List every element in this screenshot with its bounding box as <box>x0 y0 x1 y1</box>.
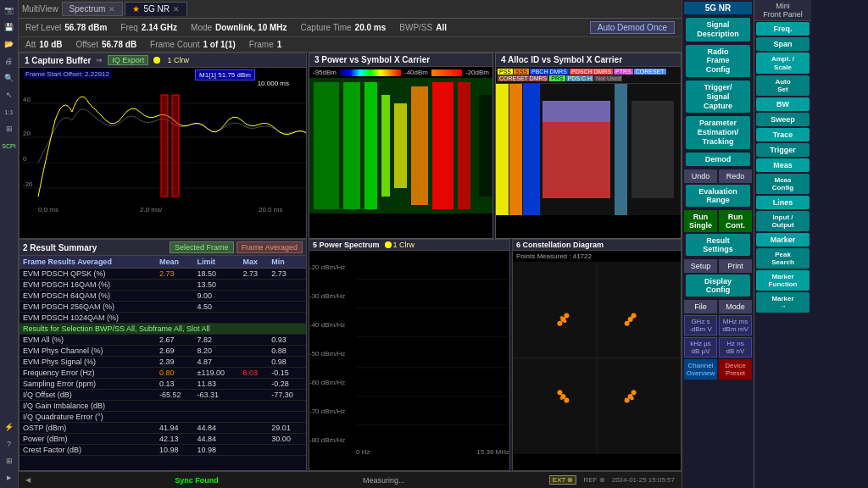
meas-mini-button[interactable]: Meas <box>756 158 810 172</box>
frame-count-value: 1 of 1(1) <box>203 40 235 49</box>
open-icon[interactable]: 📂 <box>2 36 17 52</box>
capture-time-value: 20.0 ms <box>355 23 387 32</box>
khz-button[interactable]: kHz µsdB µV <box>684 337 717 358</box>
help-icon[interactable]: ? <box>2 436 17 452</box>
camera-icon[interactable]: 📷 <box>2 3 17 18</box>
row-min <box>268 302 306 313</box>
undo-button[interactable]: Undo <box>684 169 717 183</box>
print-button[interactable]: Print <box>719 259 752 273</box>
y-label-4: -50 dBm/Hz <box>309 350 356 358</box>
cursor-icon[interactable]: ↖ <box>2 87 17 103</box>
input-output-mini-button[interactable]: Input /Output <box>756 211 810 231</box>
redo-button[interactable]: Redo <box>719 169 752 183</box>
x-start: 0 Hz <box>356 448 370 456</box>
run-single-button[interactable]: RunSingle <box>684 210 717 232</box>
hz-button[interactable]: Hz nsdB nV <box>719 337 752 358</box>
svg-text:20: 20 <box>23 130 31 137</box>
meas-config-mini-button[interactable]: MeasConfig <box>756 174 810 194</box>
bw-mini-button[interactable]: BW <box>756 97 810 111</box>
row-max <box>239 412 268 423</box>
layout-icon[interactable]: ⊞ <box>2 121 17 136</box>
5gnr-panel-label: 5G NR <box>684 2 752 14</box>
row-max <box>239 445 268 456</box>
att-label: Att <box>25 40 36 49</box>
trigger-mini-button[interactable]: Trigger <box>756 143 810 157</box>
vq-export-button[interactable]: IQ Export <box>108 55 148 65</box>
table-row: Frequency Error (Hz) 0.80 ±119.00 6.03 -… <box>19 368 306 379</box>
peak-search-mini-button[interactable]: PeakSearch <box>756 248 810 269</box>
sync-status: Sync Found <box>175 476 219 485</box>
row-mean <box>156 412 194 423</box>
tab-5gnr[interactable]: ★ 5G NR ✕ <box>125 2 187 16</box>
device-preset-button[interactable]: DevicePreset <box>719 359 752 380</box>
ghz-button[interactable]: GHz s-dBm V <box>684 315 717 336</box>
sweep-mini-button[interactable]: Sweep <box>756 113 810 126</box>
tab-spectrum-close[interactable]: ✕ <box>108 5 115 14</box>
file-button[interactable]: File <box>684 300 717 313</box>
result-summary-label: 2 Result Summary <box>23 243 97 252</box>
row-max <box>239 390 268 401</box>
row-max <box>239 357 268 368</box>
row-mean <box>156 302 194 313</box>
svg-rect-22 <box>479 95 492 197</box>
y-label-3: -40 dBm/Hz <box>309 321 356 329</box>
radio-frame-button[interactable]: RadioFrameConfig <box>686 45 750 77</box>
freq-field: Freq 2.14 GHz <box>120 23 177 32</box>
ampt-mini-button[interactable]: Ampt. /Scale <box>756 53 810 74</box>
tab-spectrum[interactable]: Spectrum ✕ <box>62 2 124 16</box>
power-icon[interactable]: ⚡ <box>2 419 17 435</box>
trace-mini-button[interactable]: Trace <box>756 128 810 141</box>
scale-max: -20dBm <box>465 69 489 76</box>
ratio-icon[interactable]: 1:1 <box>2 104 17 119</box>
row-label: I/Q Gain Imbalance (dB) <box>19 401 156 412</box>
windows-icon[interactable]: ⊞ <box>2 453 17 469</box>
zoom-icon[interactable]: 🔍 <box>2 70 17 86</box>
span-mini-button[interactable]: Span <box>756 37 810 51</box>
spectrum-svg <box>356 251 509 456</box>
constellation-label: 6 Constellation Diagram <box>516 241 604 249</box>
lines-mini-button[interactable]: Lines <box>756 196 810 209</box>
trigger-signal-button[interactable]: Trigger/SignalCapture <box>686 80 750 113</box>
svg-rect-30 <box>542 101 610 122</box>
row-label: Crest Factor (dB) <box>19 445 156 456</box>
scpi-icon[interactable]: SCPI <box>2 138 17 153</box>
marker-mini-button[interactable]: Marker <box>756 233 810 247</box>
row-label: EVM Phys Channel (%) <box>19 346 156 357</box>
ref-label: REF ⊕ <box>583 476 604 484</box>
marker-arrow-mini-button[interactable]: Marker→ <box>756 292 810 313</box>
channel-overview-button[interactable]: ChannelOverview <box>684 359 717 380</box>
mhz-button[interactable]: MHz msdBm mV <box>719 315 752 336</box>
result-settings-button[interactable]: ResultSettings <box>686 234 750 256</box>
tab-5gnr-label: 5G NR <box>143 4 170 14</box>
col-max: Max <box>239 256 268 269</box>
save-icon[interactable]: 💾 <box>2 19 17 35</box>
marker-func-mini-button[interactable]: MarkerFunction <box>756 270 810 291</box>
param-estimation-button[interactable]: ParameterEstimation/Tracking <box>686 116 750 148</box>
auto-demod-button[interactable]: Auto Demod Once <box>590 21 675 34</box>
setup-button[interactable]: Setup <box>684 259 717 273</box>
row-min <box>268 291 306 302</box>
run-row: RunSingle RunCont. <box>684 210 752 232</box>
auto-set-mini-button[interactable]: AutoSet <box>756 75 810 96</box>
print-icon[interactable]: 🖨 <box>2 53 17 69</box>
display-config-button[interactable]: DisplayConfig <box>686 274 750 297</box>
expand-icon[interactable]: ▶ <box>2 470 17 485</box>
offset-label: Offset <box>75 40 98 49</box>
frame-value: 1 <box>277 40 282 49</box>
signal-description-button[interactable]: SignalDescription <box>686 18 750 42</box>
bottom-panels: 2 Result Summary Selected Frame Frame Av… <box>19 239 682 471</box>
m1-db: 51.75 dBm <box>218 71 251 79</box>
evaluation-range-button[interactable]: EvaluationRange <box>686 185 750 207</box>
mode-button[interactable]: Mode <box>719 300 752 313</box>
points-measured: Points Measured : 41722 <box>513 251 681 262</box>
frame-averaged-button[interactable]: Frame Averaged <box>236 241 303 253</box>
run-cont-button[interactable]: RunCont. <box>719 210 752 232</box>
row-mean <box>156 291 194 302</box>
freq-mini-button[interactable]: Freq. <box>756 22 810 36</box>
table-row: Crest Factor (dB) 10.98 10.98 <box>19 445 306 456</box>
tab-5gnr-close[interactable]: ✕ <box>173 5 180 14</box>
section-header-label: Results for Selection BWP/SS All, Subfra… <box>19 324 306 335</box>
demod-button[interactable]: Demod <box>686 152 750 166</box>
selected-frame-button[interactable]: Selected Frame <box>170 241 234 253</box>
result-summary-panel: 2 Result Summary Selected Frame Frame Av… <box>19 239 307 471</box>
